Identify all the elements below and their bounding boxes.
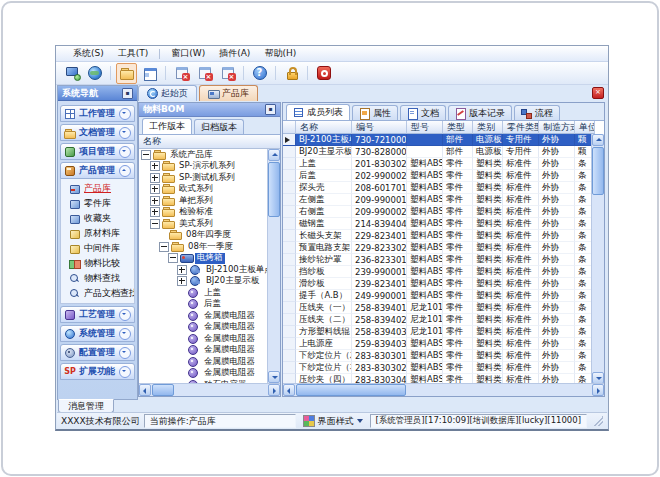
cell[interactable]: 挡纱板: [296, 266, 352, 278]
cell[interactable]: 209-990001-01X: [352, 194, 407, 206]
cell[interactable]: 标准件: [503, 158, 539, 170]
cell[interactable]: 零件: [443, 194, 473, 206]
cell[interactable]: 239-990001-01X: [352, 266, 407, 278]
cell[interactable]: 外协: [539, 218, 575, 230]
cell[interactable]: 标准件: [503, 326, 539, 338]
tree-node-后盖[interactable]: 后盖: [139, 299, 268, 311]
table-row[interactable]: 下纱定位片（左）283-830301-00X塑料ABS零件塑料类标准件外协条: [283, 350, 604, 362]
cell[interactable]: 探头壳: [296, 182, 352, 194]
cell[interactable]: 零件: [443, 314, 473, 326]
cell[interactable]: 下纱定位片（右）: [296, 362, 352, 374]
column-header-零件类型[interactable]: 零件类型: [503, 121, 539, 134]
cell[interactable]: 塑料ABS: [407, 206, 443, 218]
chevron-down-icon[interactable]: [119, 328, 131, 340]
expand-icon[interactable]: [150, 184, 160, 194]
chevron-down-icon[interactable]: [119, 146, 131, 158]
cell[interactable]: 压线夹（一）: [296, 302, 352, 314]
tree-node-检验标准[interactable]: 检验标准: [139, 207, 268, 219]
cell[interactable]: 标准件: [503, 170, 539, 182]
cell[interactable]: 外协: [539, 302, 575, 314]
sidebar-item-物料比较[interactable]: 物料比较: [61, 256, 134, 271]
bom-tab-工作版本[interactable]: 工作版本: [142, 118, 192, 134]
sidebar-options-icon[interactable]: ▪: [122, 88, 133, 99]
members-tab-版本记录[interactable]: 版本记录: [448, 105, 512, 120]
table-row[interactable]: 上电源座259-839403-00X塑料ABS零件塑料类标准件外协条: [283, 338, 604, 350]
scroll-down-icon[interactable]: [268, 371, 280, 383]
cell[interactable]: 塑料类: [473, 194, 503, 206]
tree-node-BJ20主显示板[interactable]: BJ20主显示板: [139, 276, 268, 288]
cell[interactable]: 208-601701-01X: [352, 182, 407, 194]
bom-tab-归档版本[interactable]: 归档版本: [194, 119, 244, 134]
cell[interactable]: 229-823302-00X: [352, 242, 407, 254]
tree-vscroll-thumb[interactable]: [268, 162, 280, 217]
menu-item-4[interactable]: 帮助(H): [257, 47, 303, 60]
cell[interactable]: 下纱定位片（左）: [296, 350, 352, 362]
cell[interactable]: 长磁头支架: [296, 230, 352, 242]
cell[interactable]: 预置电路支架: [296, 242, 352, 254]
tree-node-金属膜电阻器[interactable]: 金属膜电阻器: [139, 310, 268, 322]
cell[interactable]: 标准件: [503, 242, 539, 254]
tree-node-金属膜电阻器[interactable]: 金属膜电阻器: [139, 356, 268, 368]
row-selector[interactable]: [283, 230, 296, 242]
resize-grip[interactable]: [593, 416, 603, 426]
cell[interactable]: 上电源座: [296, 338, 352, 350]
cell[interactable]: 塑料ABS: [407, 362, 443, 374]
grid-vscroll-thumb[interactable]: [592, 147, 604, 195]
sidebar-group-文档管理[interactable]: 文档管理: [60, 124, 135, 141]
table-row[interactable]: 后盖202-990002-01X塑料ABS零件塑料类标准件外协条: [283, 170, 604, 182]
cell[interactable]: 塑料ABS: [407, 278, 443, 290]
cell[interactable]: 外协: [539, 326, 575, 338]
cell[interactable]: 零件: [443, 290, 473, 302]
expand-icon[interactable]: [177, 276, 187, 286]
cell[interactable]: 上盖: [296, 158, 352, 170]
collapse-icon[interactable]: [150, 219, 160, 229]
cell[interactable]: 外协: [539, 254, 575, 266]
table-row[interactable]: 下纱定位片（右）283-830302-00X塑料ABS零件塑料类标准件外协条: [283, 362, 604, 374]
cell[interactable]: 塑料类: [473, 362, 503, 374]
sidebar-item-中间件库[interactable]: 中间件库: [61, 241, 134, 256]
cell[interactable]: 接纱轮护罩: [296, 254, 352, 266]
sidebar-item-原材料库[interactable]: 原材料库: [61, 226, 134, 241]
menu-item-3[interactable]: 插件(A): [212, 47, 257, 60]
cell[interactable]: 730-721000-12X: [352, 134, 407, 146]
sidebar-group-项目管理[interactable]: 项目管理: [60, 143, 135, 160]
tree-node-欧式系列[interactable]: 欧式系列: [139, 184, 268, 196]
cell[interactable]: 零件: [443, 218, 473, 230]
column-header-类别[interactable]: 类别: [473, 121, 503, 134]
cell[interactable]: 右侧盖: [296, 206, 352, 218]
cell[interactable]: 236-823301-00X: [352, 254, 407, 266]
table-row[interactable]: 探头壳208-601701-01X塑料ABS零件塑料类标准件外协条: [283, 182, 604, 194]
cell[interactable]: 塑料ABS: [407, 182, 443, 194]
help-button[interactable]: [249, 63, 270, 84]
table-row[interactable]: 方形塑料线辊258-839403-00X尼龙1010零件塑料类标准件外协条: [283, 326, 604, 338]
cell[interactable]: 标准件: [503, 350, 539, 362]
tree-vertical-scrollbar[interactable]: [267, 149, 280, 383]
row-selector[interactable]: [283, 326, 296, 338]
scroll-up-icon[interactable]: [592, 134, 604, 146]
cell[interactable]: 标准件: [503, 290, 539, 302]
cell[interactable]: 塑料类: [473, 290, 503, 302]
tree-hscroll-thumb[interactable]: [152, 384, 174, 396]
tree-column-header[interactable]: 名称: [139, 135, 280, 149]
cell[interactable]: 外协: [539, 206, 575, 218]
table-row[interactable]: 挡纱板239-990001-01X塑料ABS零件塑料类标准件外协条: [283, 266, 604, 278]
cell[interactable]: 外协: [539, 170, 575, 182]
cell[interactable]: 尼龙1010: [407, 326, 443, 338]
cell[interactable]: 标准件: [503, 338, 539, 350]
sidebar-item-收藏夹[interactable]: 收藏夹: [61, 211, 134, 226]
tree-node-08年一季度[interactable]: 08年一季度: [139, 241, 268, 253]
expand-icon[interactable]: [150, 161, 160, 171]
table-row[interactable]: 压线夹（二）258-839402-00X尼龙1010零件塑料类标准件外协条: [283, 314, 604, 326]
cell[interactable]: 标准件: [503, 206, 539, 218]
cell[interactable]: 外协: [539, 266, 575, 278]
cell[interactable]: 专用件: [503, 134, 539, 146]
cell[interactable]: 外协: [539, 338, 575, 350]
tab-产品库[interactable]: 产品库: [199, 85, 258, 101]
cell[interactable]: 零件: [443, 266, 473, 278]
table-row[interactable]: BJ-2100主板单点730-721000-12X部件电源板专用件外协颗: [283, 134, 604, 146]
row-selector[interactable]: [283, 242, 296, 254]
cell[interactable]: 塑料类: [473, 338, 503, 350]
cell[interactable]: 部件: [443, 134, 473, 146]
scroll-right-icon[interactable]: [592, 384, 604, 396]
close-tab-icon[interactable]: [592, 87, 604, 99]
